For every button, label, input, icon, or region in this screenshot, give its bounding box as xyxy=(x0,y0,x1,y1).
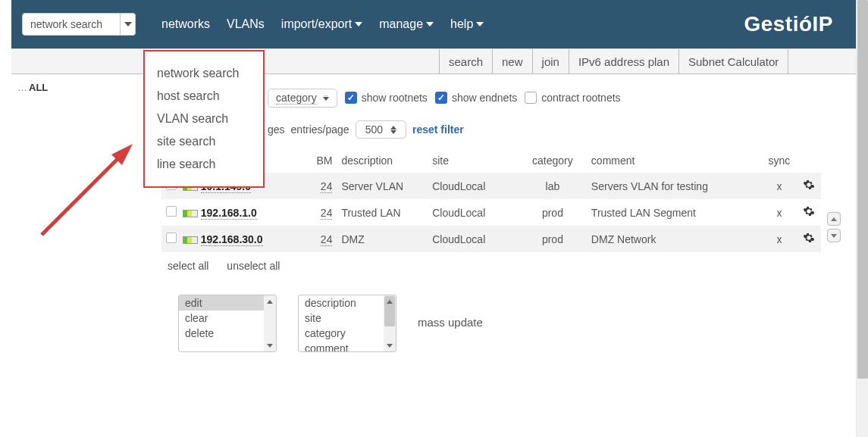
selection-row: select all unselect all xyxy=(161,252,853,272)
browser-scrollbar[interactable] xyxy=(856,0,868,437)
listbox-option[interactable]: site xyxy=(299,311,396,326)
entries-per-page-selector[interactable]: 500 xyxy=(356,120,406,139)
reset-filter-link[interactable]: reset filter xyxy=(412,123,464,136)
sub-nav-bar: works search new join IPv6 address plan … xyxy=(11,48,856,74)
tree-dash-icon: … xyxy=(17,82,26,93)
listbox-option[interactable]: clear xyxy=(179,311,276,326)
cell-description: Trusted LAN xyxy=(337,199,428,226)
page-scroll-chips xyxy=(827,212,841,242)
contract-rootnets-checkbox[interactable]: contract rootnets xyxy=(525,92,620,104)
category-filter-label: category xyxy=(276,92,317,105)
subnav-join[interactable]: join xyxy=(532,49,569,73)
nav-help[interactable]: help xyxy=(447,13,487,36)
dropdown-item[interactable]: site search xyxy=(155,130,252,153)
nav-help-label: help xyxy=(450,17,473,31)
cell-description: Server VLAN xyxy=(337,173,428,199)
stepper-icon xyxy=(390,126,396,134)
show-endnets-checkbox[interactable]: ✓ show endnets xyxy=(435,92,517,104)
subnav-ipv6plan[interactable]: IPv6 address plan xyxy=(569,49,678,73)
mass-action-listbox[interactable]: editcleardelete xyxy=(178,295,277,352)
network-ip-link[interactable]: 192.168.30.0 xyxy=(201,233,263,246)
checkbox-checked-icon: ✓ xyxy=(345,92,357,104)
nav-import-export[interactable]: import/export xyxy=(278,13,365,36)
col-description[interactable]: description xyxy=(337,148,428,173)
sort-icon xyxy=(323,95,329,101)
dropdown-item[interactable]: line search xyxy=(155,153,252,176)
subnav-search[interactable]: search xyxy=(439,49,492,73)
cell-sync: x xyxy=(760,226,798,252)
sub-nav-links: search new join IPv6 address plan Subnet… xyxy=(439,49,788,73)
gear-icon[interactable] xyxy=(803,179,815,191)
browser-scrollbar-thumb[interactable] xyxy=(857,0,868,379)
chevron-down-icon xyxy=(355,22,362,27)
bitmask-link[interactable]: 24 xyxy=(321,233,333,246)
listbox-option[interactable]: description xyxy=(299,295,396,311)
nav-networks[interactable]: networks xyxy=(158,13,213,36)
select-all-link[interactable]: select all xyxy=(168,260,208,272)
cell-category: lab xyxy=(519,173,587,199)
checkbox-checked-icon: ✓ xyxy=(435,92,447,104)
bitmask-link[interactable]: 24 xyxy=(321,207,333,220)
cell-description: DMZ xyxy=(337,226,428,252)
nav-manage-label: manage xyxy=(379,17,423,31)
filter-row-2: ges entries/page 500 reset filter xyxy=(161,114,853,145)
subnav-subnetcalc[interactable]: Subnet Calculator xyxy=(678,49,788,73)
chevron-up-icon xyxy=(831,217,837,221)
show-rootnets-label: show rootnets xyxy=(362,92,428,104)
cell-sync: x xyxy=(760,199,798,226)
dropdown-item[interactable]: network search xyxy=(155,62,252,85)
pages-fragment: ges xyxy=(268,123,285,136)
checkbox-unchecked-icon xyxy=(525,92,537,104)
listbox-option[interactable]: category xyxy=(299,326,396,341)
usage-bar-icon xyxy=(183,210,198,217)
scroll-up-button[interactable] xyxy=(827,212,841,226)
unselect-all-link[interactable]: unselect all xyxy=(227,260,280,272)
table-row: 192.168.30.024DMZCloudLocalprodDMZ Netwo… xyxy=(161,226,821,252)
mass-update-label: mass update xyxy=(418,316,483,332)
bitmask-link[interactable]: 24 xyxy=(321,180,333,193)
subnav-new[interactable]: new xyxy=(492,49,532,73)
nav-import-export-label: import/export xyxy=(281,17,352,31)
listbox-option[interactable]: delete xyxy=(179,326,276,341)
nav-manage[interactable]: manage xyxy=(376,13,437,36)
filter-row-1: category ✓ show rootnets ✓ show endnets … xyxy=(161,82,853,114)
entries-value: 500 xyxy=(365,123,383,136)
listbox-option[interactable]: comment xyxy=(299,341,396,352)
cell-site: CloudLocal xyxy=(428,173,519,199)
row-checkbox[interactable] xyxy=(166,233,177,243)
row-checkbox[interactable] xyxy=(166,206,177,217)
table-row: 192.168.1.024Trusted LANCloudLocalprodTr… xyxy=(161,199,821,226)
col-sync[interactable]: sync xyxy=(760,148,798,173)
top-nav: networks VLANs import/export manage help xyxy=(158,13,487,36)
show-rootnets-checkbox[interactable]: ✓ show rootnets xyxy=(345,92,428,104)
cell-site: CloudLocal xyxy=(428,199,519,226)
cell-comment: DMZ Network xyxy=(587,226,760,252)
nav-vlans[interactable]: VLANs xyxy=(224,13,268,36)
gear-icon[interactable] xyxy=(803,205,815,217)
scroll-down-button[interactable] xyxy=(827,229,841,242)
top-bar: network search networks VLANs import/exp… xyxy=(11,0,856,48)
col-comment[interactable]: comment xyxy=(587,148,760,173)
col-category[interactable]: category xyxy=(519,148,587,173)
chevron-down-icon xyxy=(124,22,132,27)
chevron-down-icon xyxy=(476,22,484,27)
dropdown-item[interactable]: host search xyxy=(155,85,252,108)
chevron-down-icon xyxy=(831,234,837,238)
listbox-option[interactable]: edit xyxy=(179,295,276,311)
search-type-caret[interactable] xyxy=(121,13,136,36)
dropdown-item[interactable]: VLAN search xyxy=(155,108,252,130)
col-site[interactable]: site xyxy=(428,148,519,173)
network-ip-link[interactable]: 192.168.1.0 xyxy=(201,207,257,220)
cell-comment: Trusted LAN Segment xyxy=(587,199,760,226)
gear-icon[interactable] xyxy=(803,232,815,244)
mass-field-listbox[interactable]: descriptionsitecategorycomment xyxy=(298,295,396,352)
cell-category: prod xyxy=(519,226,587,252)
show-endnets-label: show endnets xyxy=(452,92,517,104)
search-type-value[interactable]: network search xyxy=(22,13,121,36)
entries-label: entries/page xyxy=(291,123,349,136)
search-type-selector[interactable]: network search xyxy=(22,13,136,36)
cell-sync: x xyxy=(760,173,798,199)
category-filter[interactable]: category xyxy=(268,89,337,108)
col-bm[interactable]: BM xyxy=(305,148,337,173)
tree-node-all[interactable]: … ALL xyxy=(17,82,152,93)
